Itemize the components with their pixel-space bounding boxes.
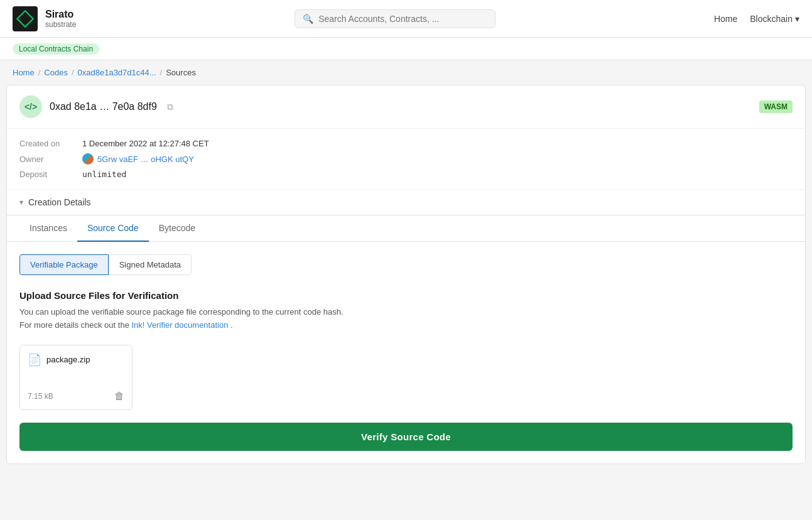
owner-avatar <box>82 153 94 165</box>
meta-row-deposit: Deposit unlimited <box>19 170 793 179</box>
tab-instances[interactable]: Instances <box>19 215 77 242</box>
upload-desc-suffix: . <box>230 320 233 330</box>
owner-value[interactable]: 5Grw vaEF … oHGK utQY <box>82 153 194 165</box>
nav-links: Home Blockchain ▾ <box>714 14 799 24</box>
tab-source-code[interactable]: Source Code <box>77 215 149 242</box>
contract-id-section: </> 0xad 8e1a … 7e0a 8df9 ⧉ <box>19 95 173 118</box>
main-card: </> 0xad 8e1a … 7e0a 8df9 ⧉ WASM Created… <box>6 85 806 464</box>
meta-section: Created on 1 December 2022 at 12:27:48 C… <box>7 129 805 190</box>
contract-header: </> 0xad 8e1a … 7e0a 8df9 ⧉ WASM <box>7 85 805 129</box>
search-input[interactable] <box>318 14 487 24</box>
logo <box>13 6 38 31</box>
header: Sirato substrate 🔍 Home Blockchain ▾ <box>0 0 812 38</box>
sub-tab-verifiable-package[interactable]: Verifiable Package <box>19 254 109 275</box>
search-box[interactable]: 🔍 <box>295 9 495 28</box>
created-on-value: 1 December 2022 at 12:27:48 CET <box>82 139 209 148</box>
breadcrumb-home[interactable]: Home <box>13 68 35 77</box>
tab-bytecode[interactable]: Bytecode <box>149 215 205 242</box>
upload-desc-line1: You can upload the verifiable source pac… <box>19 307 344 317</box>
sub-header: Local Contracts Chain <box>0 38 812 60</box>
created-on-label: Created on <box>19 139 82 148</box>
wasm-badge: WASM <box>759 100 793 113</box>
tabs-bar: Instances Source Code Bytecode <box>7 215 805 242</box>
file-size: 7.15 kB <box>28 392 53 401</box>
deposit-value: unlimited <box>82 170 126 179</box>
chain-badge: Local Contracts Chain <box>13 43 99 55</box>
search-icon: 🔍 <box>303 14 313 24</box>
breadcrumb: Home / Codes / 0xad8e1a3d7d1c44... / Sou… <box>0 60 812 85</box>
header-left: Sirato substrate <box>13 6 76 31</box>
file-card-bottom: 7.15 kB 🗑 <box>28 391 124 402</box>
upload-title: Upload Source Files for Verification <box>19 290 793 301</box>
upload-desc-line2-prefix: For more details check out the <box>19 320 131 330</box>
breadcrumb-sep1: / <box>38 68 41 77</box>
code-bracket-icon: </> <box>24 102 37 112</box>
logo-icon <box>16 9 34 27</box>
owner-label: Owner <box>19 154 82 164</box>
file-card: 📄 package.zip 7.15 kB 🗑 <box>19 345 133 410</box>
tab-content: Verifiable Package Signed Metadata Uploa… <box>7 242 805 463</box>
file-card-top: 📄 package.zip <box>28 353 124 367</box>
file-name: package.zip <box>46 355 90 364</box>
nav-blockchain-label: Blockchain <box>750 14 793 24</box>
file-zip-icon: 📄 <box>28 353 41 367</box>
verify-source-code-button[interactable]: Verify Source Code <box>19 423 793 451</box>
nav-home[interactable]: Home <box>714 14 737 24</box>
breadcrumb-codes[interactable]: Codes <box>44 68 68 77</box>
breadcrumb-hash[interactable]: 0xad8e1a3d7d1c44... <box>78 68 156 77</box>
contract-code-icon: </> <box>19 95 42 118</box>
contract-hash: 0xad 8e1a … 7e0a 8df9 <box>50 101 157 112</box>
breadcrumb-sep2: / <box>72 68 74 77</box>
sub-tabs: Verifiable Package Signed Metadata <box>19 254 793 275</box>
deposit-label: Deposit <box>19 170 82 179</box>
ink-verifier-link[interactable]: Ink! Verifier documentation <box>131 320 228 330</box>
meta-row-created: Created on 1 December 2022 at 12:27:48 C… <box>19 139 793 148</box>
nav-blockchain[interactable]: Blockchain ▾ <box>750 14 799 24</box>
brand-name: Sirato <box>45 9 76 20</box>
creation-details[interactable]: ▾ Creation Details <box>7 190 805 215</box>
sub-tab-signed-metadata[interactable]: Signed Metadata <box>109 254 192 275</box>
delete-file-icon[interactable]: 🗑 <box>114 391 124 402</box>
breadcrumb-current: Sources <box>166 68 196 77</box>
copy-icon[interactable]: ⧉ <box>167 102 173 112</box>
upload-desc: You can upload the verifiable source pac… <box>19 306 793 332</box>
breadcrumb-sep3: / <box>160 68 163 77</box>
chevron-down-icon: ▾ <box>19 198 23 207</box>
chevron-down-icon: ▾ <box>795 14 799 24</box>
meta-row-owner: Owner 5Grw vaEF … oHGK utQY <box>19 153 793 165</box>
creation-details-label: Creation Details <box>28 197 91 207</box>
brand-text: Sirato substrate <box>45 9 76 29</box>
brand-sub: substrate <box>45 20 76 29</box>
owner-address: 5Grw vaEF … oHGK utQY <box>97 154 194 164</box>
